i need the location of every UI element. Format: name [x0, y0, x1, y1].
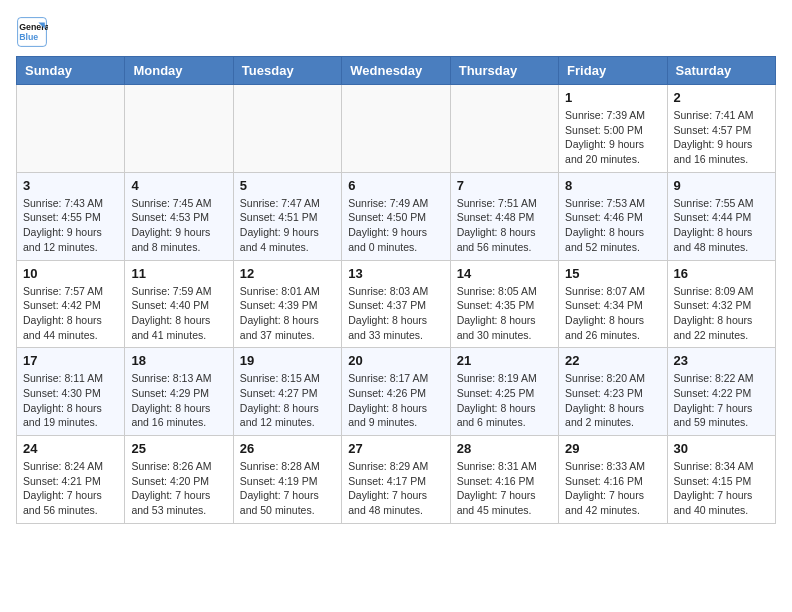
- day-number: 16: [674, 266, 769, 281]
- day-info: Sunrise: 8:05 AM Sunset: 4:35 PM Dayligh…: [457, 284, 552, 343]
- calendar-day-cell: [233, 85, 341, 173]
- day-info: Sunrise: 8:33 AM Sunset: 4:16 PM Dayligh…: [565, 459, 660, 518]
- calendar-day-cell: 25Sunrise: 8:26 AM Sunset: 4:20 PM Dayli…: [125, 436, 233, 524]
- day-info: Sunrise: 7:39 AM Sunset: 5:00 PM Dayligh…: [565, 108, 660, 167]
- day-info: Sunrise: 8:22 AM Sunset: 4:22 PM Dayligh…: [674, 371, 769, 430]
- day-number: 19: [240, 353, 335, 368]
- day-number: 4: [131, 178, 226, 193]
- calendar-day-cell: 28Sunrise: 8:31 AM Sunset: 4:16 PM Dayli…: [450, 436, 558, 524]
- day-of-week-header: Wednesday: [342, 57, 450, 85]
- day-number: 8: [565, 178, 660, 193]
- day-of-week-header: Tuesday: [233, 57, 341, 85]
- day-info: Sunrise: 8:15 AM Sunset: 4:27 PM Dayligh…: [240, 371, 335, 430]
- day-number: 21: [457, 353, 552, 368]
- calendar-day-cell: 7Sunrise: 7:51 AM Sunset: 4:48 PM Daylig…: [450, 172, 558, 260]
- day-number: 28: [457, 441, 552, 456]
- day-number: 3: [23, 178, 118, 193]
- day-number: 13: [348, 266, 443, 281]
- day-info: Sunrise: 8:19 AM Sunset: 4:25 PM Dayligh…: [457, 371, 552, 430]
- day-info: Sunrise: 8:09 AM Sunset: 4:32 PM Dayligh…: [674, 284, 769, 343]
- day-info: Sunrise: 8:07 AM Sunset: 4:34 PM Dayligh…: [565, 284, 660, 343]
- day-info: Sunrise: 7:59 AM Sunset: 4:40 PM Dayligh…: [131, 284, 226, 343]
- calendar-week-row: 1Sunrise: 7:39 AM Sunset: 5:00 PM Daylig…: [17, 85, 776, 173]
- calendar-week-row: 24Sunrise: 8:24 AM Sunset: 4:21 PM Dayli…: [17, 436, 776, 524]
- day-of-week-header: Monday: [125, 57, 233, 85]
- day-number: 9: [674, 178, 769, 193]
- day-of-week-header: Friday: [559, 57, 667, 85]
- day-number: 22: [565, 353, 660, 368]
- calendar-day-cell: 2Sunrise: 7:41 AM Sunset: 4:57 PM Daylig…: [667, 85, 775, 173]
- day-info: Sunrise: 7:41 AM Sunset: 4:57 PM Dayligh…: [674, 108, 769, 167]
- day-info: Sunrise: 8:26 AM Sunset: 4:20 PM Dayligh…: [131, 459, 226, 518]
- day-info: Sunrise: 8:29 AM Sunset: 4:17 PM Dayligh…: [348, 459, 443, 518]
- calendar-day-cell: 9Sunrise: 7:55 AM Sunset: 4:44 PM Daylig…: [667, 172, 775, 260]
- calendar-week-row: 17Sunrise: 8:11 AM Sunset: 4:30 PM Dayli…: [17, 348, 776, 436]
- day-number: 27: [348, 441, 443, 456]
- day-number: 11: [131, 266, 226, 281]
- day-number: 5: [240, 178, 335, 193]
- calendar-day-cell: 16Sunrise: 8:09 AM Sunset: 4:32 PM Dayli…: [667, 260, 775, 348]
- day-info: Sunrise: 8:34 AM Sunset: 4:15 PM Dayligh…: [674, 459, 769, 518]
- calendar-day-cell: 22Sunrise: 8:20 AM Sunset: 4:23 PM Dayli…: [559, 348, 667, 436]
- calendar-day-cell: 3Sunrise: 7:43 AM Sunset: 4:55 PM Daylig…: [17, 172, 125, 260]
- day-number: 20: [348, 353, 443, 368]
- day-info: Sunrise: 7:53 AM Sunset: 4:46 PM Dayligh…: [565, 196, 660, 255]
- day-number: 15: [565, 266, 660, 281]
- day-of-week-header: Saturday: [667, 57, 775, 85]
- calendar-day-cell: 17Sunrise: 8:11 AM Sunset: 4:30 PM Dayli…: [17, 348, 125, 436]
- day-info: Sunrise: 8:17 AM Sunset: 4:26 PM Dayligh…: [348, 371, 443, 430]
- day-number: 12: [240, 266, 335, 281]
- day-number: 18: [131, 353, 226, 368]
- day-number: 25: [131, 441, 226, 456]
- day-info: Sunrise: 7:49 AM Sunset: 4:50 PM Dayligh…: [348, 196, 443, 255]
- day-number: 14: [457, 266, 552, 281]
- calendar-day-cell: 24Sunrise: 8:24 AM Sunset: 4:21 PM Dayli…: [17, 436, 125, 524]
- day-number: 29: [565, 441, 660, 456]
- day-number: 6: [348, 178, 443, 193]
- calendar-day-cell: [17, 85, 125, 173]
- calendar-week-row: 3Sunrise: 7:43 AM Sunset: 4:55 PM Daylig…: [17, 172, 776, 260]
- day-info: Sunrise: 8:11 AM Sunset: 4:30 PM Dayligh…: [23, 371, 118, 430]
- svg-text:Blue: Blue: [19, 32, 38, 42]
- page-header: General Blue: [16, 16, 776, 48]
- day-info: Sunrise: 8:24 AM Sunset: 4:21 PM Dayligh…: [23, 459, 118, 518]
- day-number: 1: [565, 90, 660, 105]
- day-info: Sunrise: 8:31 AM Sunset: 4:16 PM Dayligh…: [457, 459, 552, 518]
- calendar-day-cell: 23Sunrise: 8:22 AM Sunset: 4:22 PM Dayli…: [667, 348, 775, 436]
- calendar-day-cell: 27Sunrise: 8:29 AM Sunset: 4:17 PM Dayli…: [342, 436, 450, 524]
- calendar-table: SundayMondayTuesdayWednesdayThursdayFrid…: [16, 56, 776, 524]
- day-info: Sunrise: 7:55 AM Sunset: 4:44 PM Dayligh…: [674, 196, 769, 255]
- day-of-week-header: Sunday: [17, 57, 125, 85]
- calendar-day-cell: 12Sunrise: 8:01 AM Sunset: 4:39 PM Dayli…: [233, 260, 341, 348]
- calendar-day-cell: [450, 85, 558, 173]
- calendar-header-row: SundayMondayTuesdayWednesdayThursdayFrid…: [17, 57, 776, 85]
- day-info: Sunrise: 8:28 AM Sunset: 4:19 PM Dayligh…: [240, 459, 335, 518]
- calendar-day-cell: 13Sunrise: 8:03 AM Sunset: 4:37 PM Dayli…: [342, 260, 450, 348]
- day-of-week-header: Thursday: [450, 57, 558, 85]
- calendar-day-cell: 4Sunrise: 7:45 AM Sunset: 4:53 PM Daylig…: [125, 172, 233, 260]
- calendar-day-cell: 14Sunrise: 8:05 AM Sunset: 4:35 PM Dayli…: [450, 260, 558, 348]
- calendar-day-cell: 26Sunrise: 8:28 AM Sunset: 4:19 PM Dayli…: [233, 436, 341, 524]
- day-number: 30: [674, 441, 769, 456]
- calendar-day-cell: 19Sunrise: 8:15 AM Sunset: 4:27 PM Dayli…: [233, 348, 341, 436]
- calendar-day-cell: 30Sunrise: 8:34 AM Sunset: 4:15 PM Dayli…: [667, 436, 775, 524]
- calendar-day-cell: 8Sunrise: 7:53 AM Sunset: 4:46 PM Daylig…: [559, 172, 667, 260]
- calendar-day-cell: 10Sunrise: 7:57 AM Sunset: 4:42 PM Dayli…: [17, 260, 125, 348]
- calendar-day-cell: 1Sunrise: 7:39 AM Sunset: 5:00 PM Daylig…: [559, 85, 667, 173]
- day-number: 23: [674, 353, 769, 368]
- calendar-day-cell: 5Sunrise: 7:47 AM Sunset: 4:51 PM Daylig…: [233, 172, 341, 260]
- logo-icon: General Blue: [16, 16, 48, 48]
- calendar-day-cell: 15Sunrise: 8:07 AM Sunset: 4:34 PM Dayli…: [559, 260, 667, 348]
- day-info: Sunrise: 8:13 AM Sunset: 4:29 PM Dayligh…: [131, 371, 226, 430]
- day-number: 24: [23, 441, 118, 456]
- day-info: Sunrise: 7:43 AM Sunset: 4:55 PM Dayligh…: [23, 196, 118, 255]
- day-info: Sunrise: 8:20 AM Sunset: 4:23 PM Dayligh…: [565, 371, 660, 430]
- calendar-day-cell: 21Sunrise: 8:19 AM Sunset: 4:25 PM Dayli…: [450, 348, 558, 436]
- day-info: Sunrise: 7:57 AM Sunset: 4:42 PM Dayligh…: [23, 284, 118, 343]
- calendar-day-cell: 20Sunrise: 8:17 AM Sunset: 4:26 PM Dayli…: [342, 348, 450, 436]
- calendar-day-cell: 18Sunrise: 8:13 AM Sunset: 4:29 PM Dayli…: [125, 348, 233, 436]
- calendar-day-cell: 6Sunrise: 7:49 AM Sunset: 4:50 PM Daylig…: [342, 172, 450, 260]
- calendar-day-cell: [342, 85, 450, 173]
- calendar-day-cell: 29Sunrise: 8:33 AM Sunset: 4:16 PM Dayli…: [559, 436, 667, 524]
- calendar-day-cell: [125, 85, 233, 173]
